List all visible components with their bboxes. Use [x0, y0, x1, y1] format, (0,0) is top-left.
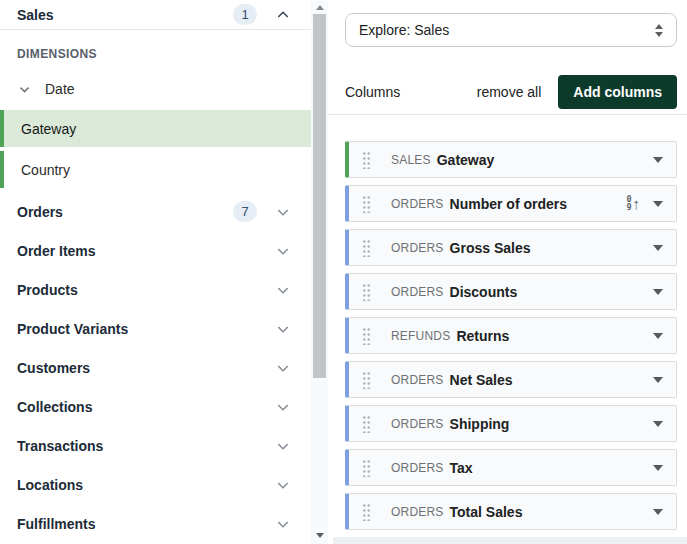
- column-name: Total Sales: [450, 504, 523, 520]
- drag-handle-icon[interactable]: [362, 414, 371, 433]
- chevron-down-icon[interactable]: [277, 360, 288, 371]
- chevron-down-icon[interactable]: [653, 245, 663, 251]
- explore-select[interactable]: Explore: Sales: [345, 13, 677, 47]
- column-name: Discounts: [450, 284, 518, 300]
- chevron-down-icon[interactable]: [653, 377, 663, 383]
- chevron-down-icon[interactable]: [653, 509, 663, 515]
- column-category: ORDERS: [391, 505, 444, 519]
- drag-handle-icon[interactable]: [362, 502, 371, 521]
- column-category: SALES: [391, 153, 431, 167]
- column-name: Gross Sales: [450, 240, 531, 256]
- drag-handle-icon[interactable]: [362, 150, 371, 169]
- sales-count-badge: 1: [233, 4, 257, 25]
- sidebar-item-collections[interactable]: Collections: [0, 387, 311, 426]
- sidebar-item-product-variants[interactable]: Product Variants: [0, 309, 311, 348]
- explore-select-value: Explore: Sales: [359, 22, 449, 38]
- chevron-down-icon[interactable]: [277, 516, 288, 527]
- column-row-gross-sales[interactable]: ORDERS Gross Sales: [345, 229, 677, 266]
- header-divider: [328, 114, 687, 115]
- dimension-label: Country: [21, 162, 70, 178]
- column-name: Number of orders: [450, 196, 567, 212]
- chevron-down-icon[interactable]: [277, 204, 288, 215]
- dimension-label: Date: [45, 81, 75, 97]
- columns-header: Columns remove all Add columns: [345, 75, 677, 109]
- select-updown-icon: [655, 24, 663, 37]
- chevron-down-icon[interactable]: [653, 289, 663, 295]
- sidebar-item-fulfillments[interactable]: Fulfillments: [0, 504, 311, 543]
- chevron-down-icon[interactable]: [653, 333, 663, 339]
- dimension-label: Gateway: [21, 121, 76, 137]
- column-name: Tax: [450, 460, 473, 476]
- column-name: Shipping: [450, 416, 510, 432]
- dimensions-sidebar: Sales 1 DIMENSIONS Date Gateway Country …: [0, 0, 311, 544]
- sidebar-header-label: Sales: [17, 7, 54, 23]
- sidebar-item-orders[interactable]: Orders 7: [0, 192, 311, 231]
- column-name: Returns: [456, 328, 509, 344]
- sidebar-item-order-items[interactable]: Order Items: [0, 231, 311, 270]
- sidebar-item-locations[interactable]: Locations: [0, 465, 311, 504]
- chevron-down-icon[interactable]: [653, 465, 663, 471]
- column-row-number-of-orders[interactable]: ORDERS Number of orders 0 9 ↑: [345, 185, 677, 222]
- columns-title: Columns: [345, 84, 400, 100]
- sidebar-item-customers[interactable]: Customers: [0, 348, 311, 387]
- remove-all-link[interactable]: remove all: [477, 84, 542, 100]
- drag-handle-icon[interactable]: [362, 458, 371, 477]
- column-category: ORDERS: [391, 417, 444, 431]
- chevron-down-icon[interactable]: [277, 243, 288, 254]
- drag-handle-icon[interactable]: [362, 194, 371, 213]
- scrollbar-thumb[interactable]: [313, 14, 326, 378]
- drag-handle-icon[interactable]: [362, 370, 371, 389]
- chevron-down-icon[interactable]: [277, 282, 288, 293]
- column-name: Net Sales: [450, 372, 513, 388]
- sidebar-item-products[interactable]: Products: [0, 270, 311, 309]
- drag-handle-icon[interactable]: [362, 326, 371, 345]
- sort-ascending-icon[interactable]: 0 9 ↑: [626, 196, 640, 211]
- sidebar-item-transactions[interactable]: Transactions: [0, 426, 311, 465]
- columns-list: SALES Gateway ORDERS Number of orders 0 …: [345, 141, 677, 530]
- chevron-up-icon[interactable]: [277, 10, 288, 21]
- triangle-up-icon: [316, 5, 324, 10]
- column-row-shipping[interactable]: ORDERS Shipping: [345, 405, 677, 442]
- column-row-gateway[interactable]: SALES Gateway: [345, 141, 677, 178]
- dimension-item-date[interactable]: Date: [0, 72, 311, 106]
- column-row-total-sales[interactable]: ORDERS Total Sales: [345, 493, 677, 530]
- column-row-returns[interactable]: REFUNDS Returns: [345, 317, 677, 354]
- chevron-down-icon[interactable]: [653, 157, 663, 163]
- window-bottom-edge: [333, 537, 687, 544]
- column-category: ORDERS: [391, 285, 444, 299]
- chevron-down-icon[interactable]: [653, 201, 663, 207]
- sidebar-header-sales[interactable]: Sales 1: [0, 0, 311, 30]
- dimensions-section-label: DIMENSIONS: [17, 47, 311, 61]
- column-category: ORDERS: [391, 461, 444, 475]
- add-columns-button[interactable]: Add columns: [558, 75, 677, 109]
- scroll-down-button[interactable]: [311, 528, 328, 542]
- column-row-discounts[interactable]: ORDERS Discounts: [345, 273, 677, 310]
- drag-handle-icon[interactable]: [362, 238, 371, 257]
- sidebar-sections: Orders 7 Order Items Products Product Va…: [0, 192, 311, 543]
- column-category: ORDERS: [391, 373, 444, 387]
- triangle-down-icon: [316, 533, 324, 538]
- column-name: Gateway: [437, 152, 495, 168]
- dimension-item-gateway[interactable]: Gateway: [0, 110, 311, 147]
- sidebar-scrollbar[interactable]: [311, 0, 328, 544]
- chevron-down-icon[interactable]: [277, 321, 288, 332]
- drag-handle-icon[interactable]: [362, 282, 371, 301]
- chevron-down-icon[interactable]: [653, 421, 663, 427]
- orders-count-badge: 7: [233, 201, 257, 222]
- column-row-tax[interactable]: ORDERS Tax: [345, 449, 677, 486]
- chevron-down-icon[interactable]: [20, 83, 30, 93]
- chevron-down-icon[interactable]: [277, 477, 288, 488]
- scroll-up-button[interactable]: [311, 0, 328, 14]
- column-row-net-sales[interactable]: ORDERS Net Sales: [345, 361, 677, 398]
- chevron-down-icon[interactable]: [277, 438, 288, 449]
- column-category: REFUNDS: [391, 329, 450, 343]
- columns-panel: Explore: Sales Columns remove all Add co…: [328, 0, 687, 544]
- column-category: ORDERS: [391, 241, 444, 255]
- dimension-item-country[interactable]: Country: [0, 151, 311, 188]
- chevron-down-icon[interactable]: [277, 399, 288, 410]
- column-category: ORDERS: [391, 197, 444, 211]
